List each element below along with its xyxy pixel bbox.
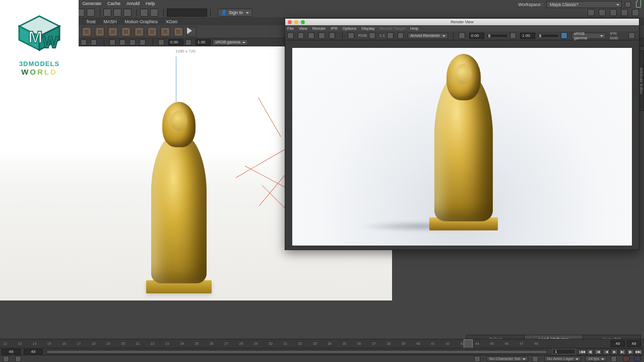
rv-menu-item[interactable]: Help (410, 26, 418, 31)
rv-ratio-label[interactable]: 1:1 (379, 33, 385, 38)
rv-menu-item[interactable]: File (287, 26, 294, 31)
menu-item[interactable]: Cache (107, 1, 120, 6)
rv-remove-icon[interactable] (398, 32, 404, 39)
lock-icon[interactable] (636, 2, 641, 8)
go-end-button[interactable]: ▶▶| (635, 349, 642, 355)
shelf-tool-icon[interactable] (108, 27, 118, 37)
step-forward-key-button[interactable]: |▶ (627, 349, 634, 355)
render-output[interactable] (292, 48, 632, 246)
paint-icon[interactable] (87, 9, 95, 17)
colorspace-dropdown[interactable]: sRGB gamma (213, 39, 248, 45)
shelf-tool-icon[interactable] (82, 27, 92, 37)
step-back-key-button[interactable]: ◀| (587, 349, 594, 355)
rv-refresh-icon[interactable] (318, 32, 325, 39)
time-end-field[interactable]: 48 (627, 340, 641, 347)
snap-grid-icon[interactable] (103, 9, 111, 17)
rv-renderer-dropdown[interactable]: Arnold Renderer (408, 33, 448, 39)
command-field[interactable] (167, 9, 207, 17)
rv-keep-icon[interactable] (387, 32, 394, 39)
range-track[interactable] (46, 350, 547, 354)
prefs-button[interactable] (634, 356, 641, 361)
step-forward-button[interactable]: ▶| (619, 349, 626, 355)
time-end-field[interactable]: 48 (611, 340, 625, 347)
gamma-field[interactable]: 1.00 (196, 39, 211, 45)
shelf-tab[interactable]: MASH (104, 19, 117, 24)
rv-colorspace-dropdown[interactable]: sRGB gamma (571, 33, 606, 39)
fps-dropdown[interactable]: 24 fps (585, 356, 607, 361)
render-view-window[interactable]: Render View File View Render IPR Options… (285, 18, 639, 250)
time-slider[interactable]: 1213141516171819202122232425262728293031… (0, 339, 644, 348)
render-view-titlebar[interactable]: Render View (285, 19, 639, 25)
rv-gamma-slider[interactable] (538, 35, 558, 37)
snap-curve-icon[interactable] (113, 9, 121, 17)
shelf-tool-icon[interactable] (134, 27, 144, 37)
rv-exposure-slider[interactable] (487, 35, 507, 37)
statue-model[interactable] (141, 102, 217, 293)
play-back-button[interactable]: ◀ (603, 349, 610, 355)
layout-icon[interactable] (632, 9, 639, 16)
vp-icon[interactable] (119, 39, 125, 45)
play-icon[interactable] (140, 9, 148, 17)
shelf-tab[interactable]: frost (87, 19, 96, 24)
shelf-last-tool-icon[interactable] (186, 27, 197, 37)
range-start-inner-field[interactable]: 48 (24, 349, 43, 354)
sidebar-toggle-icon[interactable] (625, 2, 631, 8)
vp-icon[interactable] (109, 39, 115, 45)
pause-icon[interactable] (150, 9, 158, 17)
workspace-dropdown[interactable]: Maya Classic* (546, 1, 622, 8)
rv-rgb-label[interactable]: RGB (358, 33, 367, 38)
exposure-field[interactable]: 0.00 (168, 39, 183, 45)
rv-menu-item[interactable]: Render (312, 26, 326, 31)
rv-display-icon[interactable] (348, 32, 354, 39)
rv-gamma-field[interactable]: 1.00 (520, 33, 535, 39)
rv-alpha-icon[interactable] (369, 32, 375, 39)
rv-close-ipr-icon[interactable] (628, 32, 635, 39)
go-start-button[interactable]: |◀◀ (578, 349, 586, 355)
script-icon[interactable] (15, 356, 21, 362)
shelf-tool-icon[interactable] (173, 27, 183, 37)
rv-render-icon[interactable] (287, 32, 294, 39)
time-tick: 19 (106, 342, 110, 345)
animlayer-icon[interactable] (532, 356, 538, 362)
current-time-marker[interactable] (464, 339, 473, 348)
vp-icon[interactable] (130, 39, 136, 45)
vp-icon[interactable] (91, 39, 97, 45)
menu-item[interactable]: Arnold (126, 1, 140, 6)
set-key-button[interactable] (623, 356, 630, 361)
step-back-button[interactable]: |◀ (595, 349, 602, 355)
rv-colormgmt-icon[interactable] (561, 32, 567, 39)
shelf-tool-icon[interactable] (121, 27, 131, 37)
rv-ipr-icon[interactable] (308, 32, 314, 39)
layout-icon[interactable] (621, 9, 628, 16)
shelf-tool-icon[interactable] (95, 27, 105, 37)
signin-button[interactable]: 👤Sign In (218, 9, 252, 17)
rv-exposure-field[interactable]: 0.00 (469, 33, 484, 39)
rv-menu-item[interactable]: Display (361, 26, 374, 31)
shelf-tab[interactable]: XGen (166, 19, 177, 24)
shelf-tab[interactable]: Motion Graphics (125, 19, 158, 24)
rv-menu-item[interactable]: Options (343, 26, 357, 31)
play-forward-button[interactable]: ▶ (611, 349, 618, 355)
shelf-tool-icon[interactable] (160, 27, 170, 37)
app-root: sh Display ors rs Deform U Generate Cach… (0, 0, 644, 362)
layout-icon[interactable] (599, 9, 606, 16)
layout-icon[interactable] (588, 9, 595, 16)
layout-icon[interactable] (610, 9, 617, 16)
vp-icon[interactable] (81, 39, 87, 45)
menu-item[interactable]: Generate (83, 1, 102, 6)
character-set-dropdown[interactable]: No Character Set (486, 356, 528, 361)
autokey-icon[interactable] (611, 356, 617, 362)
snap-point-icon[interactable] (123, 9, 132, 17)
menu-item[interactable]: Help (146, 1, 155, 6)
rv-menu-item[interactable]: View (299, 26, 307, 31)
shelf-tool-icon[interactable] (147, 27, 157, 37)
current-frame-field[interactable]: 1 (552, 349, 575, 354)
rv-menu-item[interactable]: IPR (331, 26, 337, 31)
rv-render-region-icon[interactable] (298, 32, 304, 39)
anim-layer-dropdown[interactable]: No Anim Layer (544, 356, 581, 361)
vp-icon[interactable] (140, 39, 146, 45)
charset-icon[interactable] (474, 356, 480, 362)
mel-icon[interactable] (3, 356, 9, 362)
rv-settings-icon[interactable] (329, 32, 336, 39)
range-start-field[interactable]: 48 (2, 349, 21, 354)
